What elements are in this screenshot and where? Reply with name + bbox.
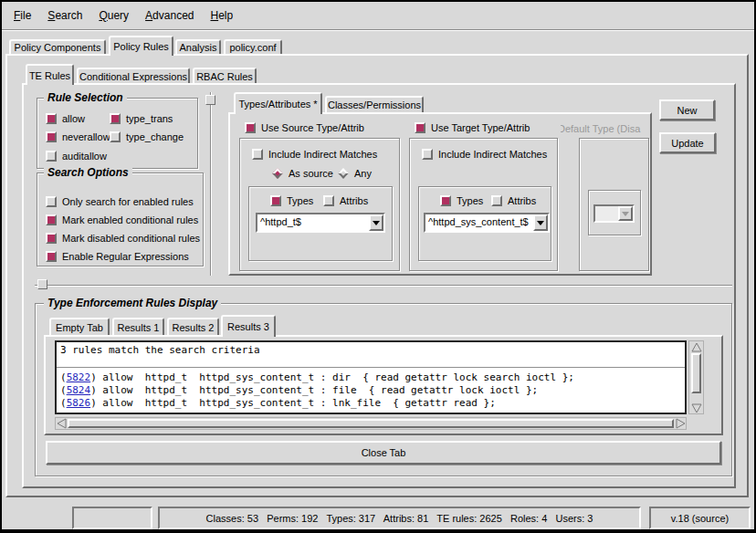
checkbox-only-enabled-rules[interactable]: Only search for enabled rules [46,195,194,208]
radio-indicator [272,168,282,178]
checkbox-target-attribs[interactable]: Attribs [491,194,536,207]
checkbox-label: Enable Regular Expressions [62,251,189,262]
default-type-combobox-value [595,206,618,221]
target-type-combobox-value[interactable]: ^httpd_sys_content_t$ [425,214,533,231]
checkbox-neverallow[interactable]: neverallow [46,131,110,143]
tab-empty-tab[interactable]: Empty Tab [49,318,110,335]
checkbox-target-include-indirect[interactable]: Include Indirect Matches [422,148,547,161]
vertical-scrollbar[interactable] [688,340,704,414]
rule-id-link[interactable]: 5822 [67,371,91,383]
results-summary: 3 rules match the search criteria [60,344,685,357]
default-type-combobox [593,204,635,223]
checkbox-label: type_trans [126,113,173,124]
tab-policy-conf[interactable]: policy.conf [224,39,282,54]
checkbox-indicator [46,113,57,124]
checkbox-indicator [46,131,57,142]
horizontal-scroll-thumb[interactable] [68,419,674,428]
source-type-combobox[interactable]: ^httpd_t$ [256,213,385,233]
checkbox-source-types[interactable]: Types [270,194,313,207]
tab-policy-rules[interactable]: Policy Rules [109,36,173,56]
horizontal-sash[interactable] [35,285,732,286]
checkbox-mark-enabled-conditional[interactable]: Mark enabled conditional rules [46,214,198,226]
scroll-up-icon[interactable] [690,341,702,352]
radio-label: Any [354,168,372,179]
vertical-sash[interactable] [210,92,211,276]
status-policy-version: v.18 (source) [649,507,751,529]
tab-policy-components[interactable]: Policy Components [9,39,106,54]
checkbox-indicator [252,149,263,160]
update-button[interactable]: Update [659,132,716,153]
radio-any[interactable]: Any [338,167,372,180]
checkbox-auditallow[interactable]: auditallow [46,150,107,162]
rule-selection-title: Rule Selection [44,91,127,104]
checkbox-indicator [46,251,57,262]
scroll-right-icon[interactable] [675,418,686,429]
tab-conditional-expressions[interactable]: Conditional Expressions [77,68,190,83]
checkbox-source-include-indirect[interactable]: Include Indirect Matches [252,148,377,161]
checkbox-label: type_change [126,131,184,142]
menu-query[interactable]: Query [90,2,137,29]
checkbox-allow[interactable]: allow [46,112,85,125]
tab-rbac-rules[interactable]: RBAC Rules [193,68,257,83]
tab-results-3[interactable]: Results 3 [221,315,276,337]
checkbox-label: Attribs [340,195,368,206]
checkbox-type-change[interactable]: type_change [110,131,184,143]
new-button[interactable]: New [659,99,715,120]
checkbox-indicator [110,113,121,124]
checkbox-source-attribs[interactable]: Attribs [323,194,368,207]
source-type-dropdown-button[interactable] [369,214,383,231]
checkbox-use-target-type[interactable]: Use Target Type/Attrib [415,121,530,134]
rule-id-link[interactable]: 5826 [67,397,91,409]
checkbox-label: Mark enabled conditional rules [62,214,198,225]
menu-help[interactable]: Help [202,2,241,29]
results-text-area[interactable]: 3 rules match the search criteria (5822)… [55,340,687,414]
target-type-dropdown-button[interactable] [533,214,548,231]
checkbox-type-trans[interactable]: type_trans [110,112,173,125]
status-cell-empty [72,507,152,529]
checkbox-enable-regex[interactable]: Enable Regular Expressions [46,250,189,263]
vertical-scroll-thumb[interactable] [691,353,701,393]
tab-te-rules[interactable]: TE Rules [26,64,74,85]
tab-types-attributes[interactable]: Types/Attributes * [234,92,322,114]
menu-file[interactable]: File [5,2,39,29]
checkbox-label: Use Target Type/Attrib [431,122,530,133]
source-type-combobox-value[interactable]: ^httpd_t$ [257,214,369,231]
checkbox-target-types[interactable]: Types [440,194,483,207]
checkbox-label: neverallow [62,131,110,142]
menu-separator [2,29,754,31]
vertical-sash-handle[interactable] [205,95,215,105]
checkbox-label: Mark disabled conditional rules [62,233,200,244]
chevron-down-icon [373,221,380,225]
rule-line: (5822) allow httpd_t httpd_sys_content_t… [60,371,685,384]
radio-as-source[interactable]: As source [272,167,333,180]
checkbox-label: Use Source Type/Attrib [261,122,364,133]
checkbox-indicator [415,122,425,133]
checkbox-mark-disabled-conditional[interactable]: Mark disabled conditional rules [46,232,200,245]
status-policy-stats: Classes: 53 Perms: 192 Types: 317 Attrib… [158,507,641,529]
summary-underline [57,367,685,368]
radio-label: As source [289,168,333,179]
scroll-left-icon[interactable] [56,418,67,429]
checkbox-use-source-type[interactable]: Use Source Type/Attrib [245,121,364,134]
menu-advanced[interactable]: Advanced [137,2,202,29]
horizontal-scrollbar[interactable] [55,417,687,430]
close-tab-button[interactable]: Close Tab [46,441,721,465]
checkbox-indicator [245,122,256,133]
tab-analysis[interactable]: Analysis [175,39,221,54]
checkbox-indicator [46,233,57,244]
target-type-combobox[interactable]: ^httpd_sys_content_t$ [424,213,550,233]
default-type-label-clip: Default Type (Disa [561,123,650,136]
tab-classes-permissions[interactable]: Classes/Permissions [325,96,424,112]
checkbox-label: Attribs [508,195,536,206]
menu-bar: File Search Query Advanced Help [2,2,754,29]
checkbox-label: Types [287,195,313,206]
checkbox-indicator [46,196,57,207]
tab-results-1[interactable]: Results 1 [112,318,164,335]
scroll-down-icon[interactable] [690,402,702,413]
menu-search[interactable]: Search [39,2,90,29]
tab-results-2[interactable]: Results 2 [167,318,219,335]
horizontal-sash-handle[interactable] [37,279,47,289]
default-type-dropdown-button [618,206,633,221]
radio-indicator [338,168,348,178]
rule-id-link[interactable]: 5824 [67,384,91,396]
